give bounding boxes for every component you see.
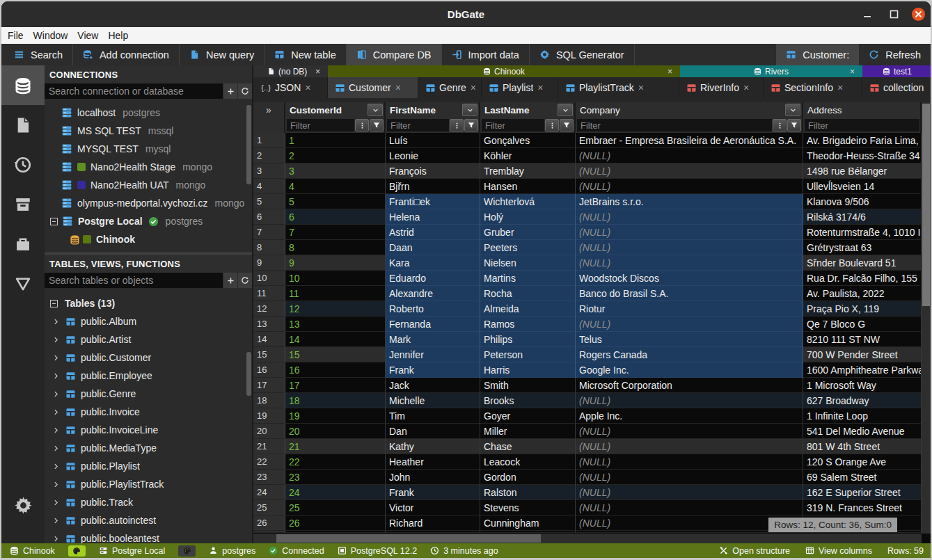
activity-plugins-button[interactable] (1, 224, 45, 264)
grid-cell[interactable]: Chase (480, 439, 576, 454)
toolbar-customer-button[interactable]: Customer: (776, 44, 859, 65)
table-item[interactable]: public.Customer (45, 349, 252, 367)
status-rows-59[interactable]: Rows: 59 (887, 546, 924, 556)
grid-cell[interactable]: Theodor-Heuss-Straße 34 (803, 148, 922, 163)
grid-cell[interactable]: Philips (480, 332, 576, 347)
grid-cell[interactable]: (NULL) (576, 454, 803, 470)
row-number-cell[interactable]: 10 (253, 271, 285, 286)
grid-horizontal-scrollbar[interactable] (253, 534, 922, 543)
column-header-firstname[interactable]: FirstName (386, 102, 480, 118)
row-number-cell[interactable]: 23 (253, 470, 285, 485)
row-number-cell[interactable]: 17 (253, 378, 285, 393)
filter-menu-button[interactable] (355, 119, 369, 131)
activity-settings-button[interactable] (1, 486, 45, 525)
grid-cell[interactable]: Miller (480, 424, 576, 439)
grid-cell[interactable]: 11 (285, 286, 386, 301)
grid-cell[interactable]: Cunningham (480, 515, 576, 531)
tab-close-icon[interactable]: × (395, 82, 401, 93)
column-header-company[interactable]: Company (576, 102, 803, 118)
grid-cell[interactable]: Gonçalves (480, 133, 576, 148)
menu-view[interactable]: View (77, 30, 107, 41)
grid-cell[interactable]: Ullevĺlsveien 14 (803, 179, 922, 194)
grid-cell[interactable]: François (386, 163, 480, 179)
tab-close-icon[interactable]: × (471, 82, 476, 93)
activity-archive-button[interactable] (1, 184, 45, 224)
grid-cell[interactable]: Leonie (386, 148, 480, 163)
toolbar-new-query-button[interactable]: New query (180, 44, 264, 65)
connection-item[interactable]: Postgre Localpostgres (45, 212, 252, 230)
grid-cell[interactable]: (NULL) (576, 240, 803, 255)
grid-cell[interactable]: (NULL) (576, 485, 803, 500)
grid-cell[interactable]: Harris (480, 362, 576, 378)
tab-group-close-icon[interactable]: × (668, 67, 672, 77)
toolbar-new-table-button[interactable]: New table (264, 44, 346, 65)
grid-cell[interactable]: 7 (285, 225, 386, 240)
tab-close-icon[interactable]: × (837, 82, 843, 93)
grid-cell[interactable]: Embraer - Empresa Brasileira de Aeronáut… (576, 133, 803, 148)
column-menu-button[interactable] (462, 104, 477, 116)
grid-cell[interactable]: 25 (285, 500, 386, 515)
grid-cell[interactable]: Franti□ek (386, 194, 480, 209)
grid-cell[interactable]: (NULL) (576, 225, 803, 240)
database-item[interactable]: Chinook (45, 230, 252, 248)
grid-cell[interactable]: Roberto (386, 301, 480, 317)
grid-cell[interactable]: Qe 7 Bloco G (803, 317, 922, 332)
tables-group[interactable]: Tables (13) (45, 294, 252, 312)
tab-group-close-icon[interactable]: × (315, 67, 320, 77)
grid-cell[interactable]: 8210 111 ST NW (803, 332, 922, 347)
row-number-cell[interactable]: 3 (253, 163, 285, 179)
grid-corner-cell[interactable]: » (253, 102, 285, 118)
grid-cell[interactable]: 21 (285, 439, 386, 454)
grid-cell[interactable]: Stevens (480, 500, 576, 515)
toolbar-refresh-button[interactable]: Refresh (859, 44, 931, 65)
grid-cell[interactable]: Rua Dr. Falcão Filho, 155 (803, 271, 922, 286)
grid-cell[interactable]: 1600 Amphitheatre Parkway (803, 362, 922, 378)
filter-funnel-button[interactable] (370, 119, 384, 131)
grid-cell[interactable]: Peterson (480, 347, 576, 362)
row-number-cell[interactable]: 1 (253, 133, 285, 148)
grid-cell[interactable]: 19 (285, 408, 386, 424)
grid-cell[interactable]: Smith (480, 378, 576, 393)
filter-input[interactable]: Filter (805, 119, 919, 131)
grid-cell[interactable]: 627 Broadway (803, 393, 922, 408)
grid-cell[interactable]: Brooks (480, 393, 576, 408)
table-item[interactable]: public.autoinctest (45, 511, 252, 529)
row-number-cell[interactable]: 14 (253, 332, 285, 347)
grid-cell[interactable]: Gordon (480, 470, 576, 485)
grid-cell[interactable]: Jack (386, 378, 480, 393)
column-header-lastname[interactable]: LastName (480, 102, 576, 118)
connections-refresh-button[interactable] (238, 83, 252, 99)
grid-cell[interactable]: (NULL) (576, 470, 803, 485)
grid-cell[interactable]: Klanova 9/506 (803, 194, 922, 209)
grid-cell[interactable]: Grétrystraat 63 (803, 240, 922, 255)
grid-cell[interactable]: 16 (285, 362, 386, 378)
grid-cell[interactable]: Rocha (480, 286, 576, 301)
row-number-cell[interactable]: 25 (253, 500, 285, 515)
status-view-columns[interactable]: View columns (805, 546, 872, 556)
status-color[interactable] (68, 545, 86, 557)
grid-cell[interactable]: 5 (285, 194, 386, 209)
grid-cell[interactable]: Microsoft Corporation (576, 378, 803, 393)
grid-cell[interactable]: Nielsen (480, 255, 576, 271)
connection-color-chip[interactable] (178, 545, 196, 557)
grid-cell[interactable]: Frank (386, 362, 480, 378)
filter-menu-button[interactable] (545, 119, 559, 131)
grid-cell[interactable]: Rotenturmstraße 4, 1010 Innere Stadt (803, 225, 922, 240)
row-number-cell[interactable]: 16 (253, 362, 285, 378)
toolbar-compare-db-button[interactable]: Compare DB (347, 44, 442, 65)
grid-cell[interactable]: Praça Pio X, 119 (803, 301, 922, 317)
tab-close-icon[interactable]: × (743, 82, 749, 93)
row-number-cell[interactable]: 7 (253, 225, 285, 240)
status-postgres[interactable]: postgres (209, 546, 255, 556)
grid-cell[interactable]: Eduardo (386, 271, 480, 286)
grid-cell[interactable]: 319 N. Frances Street (803, 500, 922, 515)
grid-cell[interactable]: Heather (386, 454, 480, 470)
row-number-cell[interactable]: 19 (253, 408, 285, 424)
tab-playlist[interactable]: Playlist× (482, 77, 558, 98)
table-item[interactable]: public.Album (45, 312, 252, 330)
row-number-cell[interactable]: 2 (253, 148, 285, 163)
grid-cell[interactable]: 4 (285, 179, 386, 194)
menu-help[interactable]: Help (108, 30, 137, 41)
grid-cell[interactable]: Dan (386, 424, 480, 439)
collapse-expander-icon[interactable] (50, 300, 58, 307)
